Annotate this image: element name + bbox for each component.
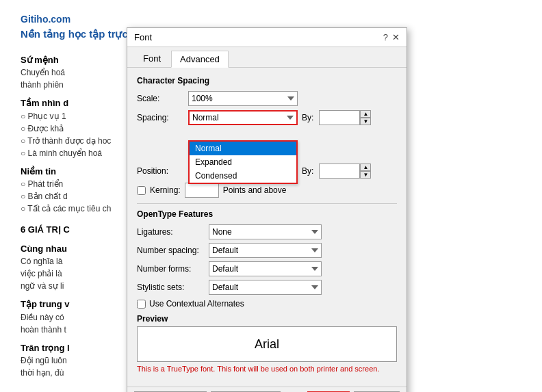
preview-label: Preview <box>137 314 397 324</box>
dialog-tabs: Font Advanced <box>127 47 406 68</box>
spacing-select[interactable]: Normal Expanded Condensed <box>188 110 298 125</box>
preview-font-name: Arial <box>255 337 279 352</box>
preview-info: This is a TrueType font. This font will … <box>137 365 397 373</box>
by-input-2[interactable] <box>319 164 360 179</box>
by-label-1: By: <box>302 113 313 122</box>
font-dialog: Font ? ✕ Font Advanced Character Spacing… <box>127 27 407 392</box>
spacing-dropdown: Normal Expanded Condensed <box>188 140 298 184</box>
number-forms-select[interactable]: Default Lining Old-Style <box>209 261 322 276</box>
contextual-alternates-row: Use Contextual Alternates <box>137 299 397 309</box>
bg-section-title-2: Tầm nhìn d <box>21 96 142 110</box>
kerning-row: Kerning: Points and above <box>137 183 397 198</box>
number-spacing-select[interactable]: Default Proportional Tabular <box>209 243 322 258</box>
site-title: Gitiho.com <box>21 12 521 27</box>
titlebar-controls: ? ✕ <box>383 32 400 42</box>
section-divider-1 <box>137 203 397 204</box>
by-spin-1: ▲ ▼ <box>360 110 371 125</box>
contextual-alternates-label: Use Contextual Alternates <box>149 299 244 309</box>
by-spin-2: ▲ ▼ <box>360 164 371 179</box>
preview-section: Preview Arial This is a TrueType font. T… <box>137 314 397 373</box>
by-input-1[interactable] <box>319 110 360 125</box>
number-spacing-label: Number spacing: <box>137 246 209 255</box>
opentype-label: OpenType Features <box>137 209 397 219</box>
stylistic-sets-select[interactable]: Default <box>209 280 322 295</box>
preview-box: Arial <box>137 326 397 362</box>
ligatures-label: Ligatures: <box>137 227 209 237</box>
scale-select[interactable]: 100% <box>188 91 298 106</box>
by-label-2: By: <box>302 166 313 176</box>
by-spin-up-2[interactable]: ▲ <box>360 164 371 171</box>
dialog-body: Character Spacing Scale: 100% Spacing: N… <box>127 68 406 387</box>
dialog-titlebar: Font ? ✕ <box>127 28 406 47</box>
by-spin-down-1[interactable]: ▼ <box>360 118 371 125</box>
spacing-option-normal[interactable]: Normal <box>190 142 296 155</box>
stylistic-sets-label: Stylistic sets: <box>137 283 209 292</box>
help-button[interactable]: ? <box>383 32 388 42</box>
spacing-option-condensed[interactable]: Condensed <box>190 169 296 183</box>
number-forms-label: Number forms: <box>137 264 209 274</box>
bg-section-title-1: Sứ mệnh <box>21 53 142 67</box>
kerning-checkbox[interactable] <box>137 186 146 195</box>
dialog-title: Font <box>134 32 152 42</box>
spacing-row: Spacing: Normal Expanded Condensed By: ▲… <box>137 110 397 125</box>
kerning-label: Kerning: <box>150 185 181 195</box>
scale-label: Scale: <box>137 94 188 103</box>
ligatures-select[interactable]: None Standard Only All <box>209 224 322 239</box>
by-spin-down-2[interactable]: ▼ <box>360 171 371 179</box>
bg-section-title-3: Niềm tin <box>21 165 142 179</box>
dialog-footer: Set As Default Text Effects... OK Cancel <box>127 387 406 392</box>
close-button[interactable]: ✕ <box>392 32 400 42</box>
position-label: Position: <box>137 166 188 176</box>
by-spin-up-1[interactable]: ▲ <box>360 110 371 118</box>
character-spacing-label: Character Spacing <box>137 76 397 86</box>
tab-font[interactable]: Font <box>134 50 170 67</box>
opentype-grid: Ligatures: None Standard Only All Number… <box>137 224 397 295</box>
contextual-alternates-checkbox[interactable] <box>137 300 146 309</box>
spacing-option-expanded[interactable]: Expanded <box>190 155 296 169</box>
tab-advanced[interactable]: Advanced <box>171 51 229 68</box>
scale-row: Scale: 100% <box>137 91 397 106</box>
kerning-points-label: Points and above <box>223 185 287 195</box>
spacing-label: Spacing: <box>137 113 188 122</box>
kerning-value-input[interactable] <box>185 183 219 198</box>
